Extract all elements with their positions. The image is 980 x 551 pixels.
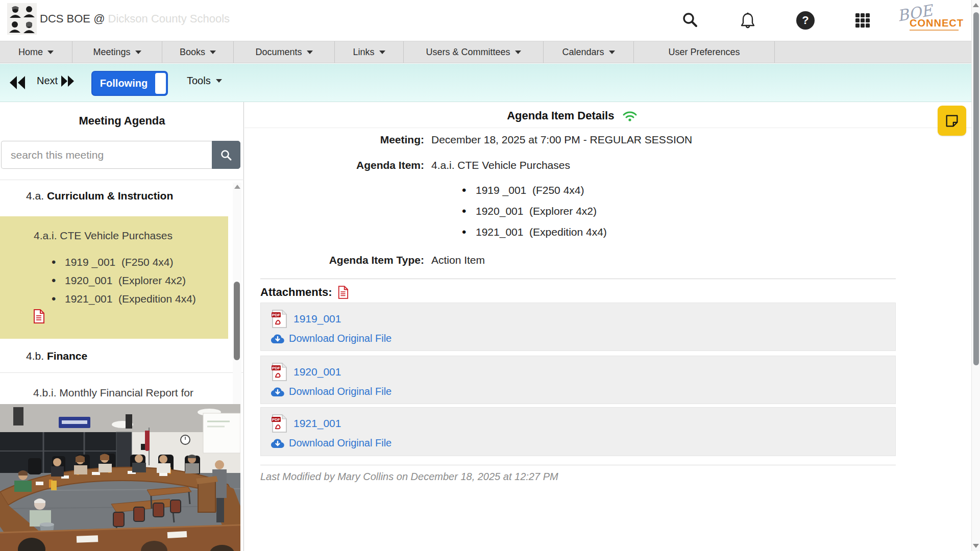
attachments-label: Attachments: (260, 286, 332, 299)
agenda-search-input[interactable] (1, 141, 212, 169)
nav-books[interactable]: Books (162, 41, 234, 63)
district-logo[interactable] (7, 3, 37, 35)
previous-button[interactable] (9, 76, 27, 89)
boe-connect-app: DCS BOE @ Dickson County Schools BOE CON… (0, 0, 980, 551)
download-original-link[interactable]: Download Original File (271, 333, 391, 344)
nav-documents[interactable]: Documents (234, 41, 335, 63)
attachment-link[interactable]: 1921_001 (293, 417, 341, 430)
tools-menu-button[interactable]: Tools (187, 75, 222, 87)
next-button[interactable]: Next (37, 75, 75, 87)
bullet-item: 1920_001 (Explorer 4x2) (52, 271, 196, 290)
nav-home[interactable]: Home (0, 41, 72, 63)
scroll-up-arrow[interactable] (973, 3, 979, 7)
scroll-down-arrow[interactable] (973, 544, 979, 548)
item-type-label: Agenda Item Type: (260, 254, 431, 266)
agenda-item-row: Agenda Item: 4.a.i. CTE Vehicle Purchase… (260, 159, 771, 171)
notifications-bell-icon[interactable] (739, 11, 757, 30)
chevron-down-icon (609, 51, 615, 54)
agenda-item-selected-4ai[interactable]: 4.a.i. CTE Vehicle Purchases 1919 _001 (… (0, 216, 228, 339)
agenda-item-detail-bullets: 1919 _001 (F250 4x4) 1920_001 (Explorer … (462, 180, 607, 242)
divider (0, 180, 244, 180)
nav-links[interactable]: Links (335, 41, 404, 63)
agenda-section-4a[interactable]: 4.a. Curriculum & Instruction (26, 190, 173, 202)
last-modified-text: Last Modified by Mary Collins on Decembe… (260, 471, 558, 483)
scrollbar-thumb[interactable] (973, 12, 979, 365)
page-scrollbar (971, 0, 980, 551)
meeting-agenda-sidebar: Meeting Agenda 4.a. Curriculum & Instruc… (0, 102, 244, 551)
scroll-up-arrow[interactable] (234, 185, 240, 189)
pdf-file-icon: PDF (271, 414, 287, 433)
attachment-document-icon (337, 286, 349, 299)
sidebar-scrollbar (233, 183, 241, 404)
item-type-value: Action Item (431, 254, 485, 266)
panel-title-row: Agenda Item Details (244, 109, 900, 122)
double-left-arrow-icon (9, 76, 27, 89)
meeting-value: December 18, 2025 at 7:00 PM - REGULAR S… (431, 134, 692, 146)
chevron-down-icon (135, 51, 141, 54)
download-original-link[interactable]: Download Original File (271, 386, 391, 397)
nav-users-committees[interactable]: Users & Committees (404, 41, 544, 63)
nav-meetings[interactable]: Meetings (72, 41, 162, 63)
chevron-down-icon (210, 51, 216, 54)
agenda-item-4bi[interactable]: 4.b.i. Monthly Financial Report for (33, 387, 193, 399)
bullet-item: 1919 _001 (F250 4x4) (52, 253, 196, 271)
toggle-knob (155, 73, 166, 94)
attachment-card: PDF 1920_001 Download Original File (260, 356, 896, 404)
agenda-item-details-panel: Agenda Item Details Meeting: December 18… (244, 102, 971, 551)
chevron-down-icon (47, 51, 54, 54)
attachment-link[interactable]: 1919_001 (293, 313, 341, 325)
bullet-item: 1921_001 (Expedition 4x4) (52, 290, 196, 308)
chevron-down-icon (379, 51, 385, 54)
attachment-card: PDF 1919_001 Download Original File (260, 303, 896, 351)
main-nav: Home Meetings Books Documents Links User… (0, 41, 971, 63)
apps-grid-icon[interactable] (853, 11, 872, 30)
bullet-item: 1919 _001 (F250 4x4) (462, 180, 607, 201)
cloud-download-icon (271, 334, 284, 344)
people-grid-icon (7, 3, 37, 35)
attachment-document-icon (33, 309, 45, 323)
divider (260, 279, 896, 279)
cloud-download-icon (271, 387, 284, 397)
panel-title: Agenda Item Details (507, 109, 614, 122)
meeting-video-frame[interactable] (0, 404, 240, 551)
sidebar-title: Meeting Agenda (0, 114, 244, 128)
following-toggle[interactable]: Following (91, 71, 168, 96)
divider (244, 128, 971, 128)
download-original-link[interactable]: Download Original File (271, 437, 391, 449)
agenda-section-4b[interactable]: 4.b. Finance (26, 350, 87, 362)
agenda-search-button[interactable] (212, 141, 240, 169)
meeting-row: Meeting: December 18, 2025 at 7:00 PM - … (260, 134, 771, 146)
attachment-link[interactable]: 1920_001 (293, 366, 341, 378)
nav-user-preferences[interactable]: User Preferences (634, 41, 775, 63)
attachments-header: Attachments: (260, 286, 349, 299)
svg-text:PDF: PDF (272, 366, 280, 370)
chevron-down-icon (216, 79, 222, 83)
notes-button[interactable] (938, 106, 966, 136)
meeting-toolbar: Next Following Tools (0, 64, 971, 102)
scrollbar-thumb[interactable] (234, 282, 240, 360)
chevron-down-icon (515, 51, 521, 54)
divider (260, 465, 896, 465)
help-icon[interactable] (796, 11, 815, 30)
app-header: DCS BOE @ Dickson County Schools BOE CON… (0, 0, 971, 41)
pdf-file-icon: PDF (271, 310, 287, 328)
agenda-item-value: 4.a.i. CTE Vehicle Purchases (431, 159, 570, 171)
svg-text:PDF: PDF (272, 417, 280, 422)
cloud-download-icon (271, 438, 284, 448)
bullet-item: 1921_001 (Expedition 4x4) (462, 221, 607, 242)
item-type-row: Agenda Item Type: Action Item (260, 254, 771, 266)
boardroom-video-still (0, 404, 240, 551)
bullet-item: 1920_001 (Explorer 4x2) (462, 201, 607, 221)
chevron-down-icon (307, 51, 313, 54)
search-icon[interactable] (681, 11, 699, 30)
agenda-item-label: Agenda Item: (260, 159, 431, 171)
meeting-label: Meeting: (260, 134, 431, 146)
logo-underline (910, 30, 959, 31)
app-title: DCS BOE @ Dickson County Schools (40, 12, 230, 26)
attachment-card: PDF 1921_001 Download Original File (260, 407, 896, 456)
connect-text: CONNECT (910, 17, 964, 29)
nav-calendars[interactable]: Calendars (544, 41, 634, 63)
sticky-note-icon (944, 113, 960, 129)
boe-connect-logo[interactable]: BOE CONNECT (897, 4, 964, 35)
agenda-item-title: 4.a.i. CTE Vehicle Purchases (34, 230, 173, 242)
